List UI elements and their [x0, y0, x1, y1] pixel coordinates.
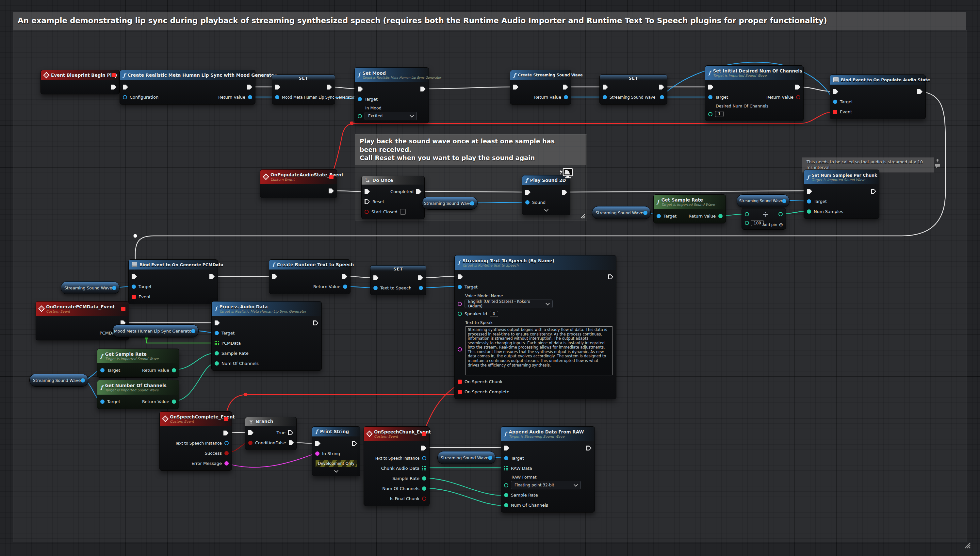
variable-out-pin[interactable] — [782, 199, 786, 203]
variable-in-pin[interactable] — [603, 95, 607, 99]
desired-num-channels-input[interactable]: 1 — [715, 111, 723, 117]
chunk-audio-data-out-pin[interactable] — [422, 466, 426, 470]
node-process-audio-data[interactable]: ƒProcess Audio DataTarget is Realistic M… — [211, 301, 322, 371]
num-channels-out-pin[interactable] — [422, 486, 426, 491]
exec-out-pin[interactable] — [608, 275, 613, 279]
graph-resize-grip[interactable] — [962, 540, 971, 549]
mood-dropdown[interactable]: Excited — [365, 112, 417, 120]
variable-in-pin[interactable] — [275, 95, 279, 99]
exec-out-pin[interactable] — [421, 446, 426, 451]
comment-bubble-icon[interactable] — [935, 163, 941, 168]
condition-pin[interactable] — [248, 441, 252, 445]
text-to-speak-pin[interactable] — [458, 347, 462, 351]
exec-out-pin[interactable] — [659, 85, 664, 89]
exec-out-pin[interactable] — [342, 274, 347, 279]
reset-in-pin[interactable] — [365, 199, 370, 204]
false-out-pin[interactable] — [289, 440, 294, 445]
in-mood-pin[interactable] — [358, 114, 362, 118]
return-value-pin[interactable] — [796, 95, 800, 99]
return-value-pin[interactable] — [718, 214, 723, 218]
target-pin[interactable] — [504, 456, 508, 460]
exec-in-pin[interactable] — [458, 275, 463, 279]
delegate-out-pin[interactable] — [121, 307, 126, 311]
exec-in-pin[interactable] — [365, 189, 370, 194]
exec-out-pin[interactable] — [247, 85, 252, 89]
num-samples-pin[interactable] — [807, 209, 811, 213]
exec-out-pin[interactable] — [209, 274, 215, 279]
blueprint-graph-canvas[interactable]: An example demonstrating lip sync during… — [0, 0, 980, 556]
delegate-out-pin[interactable] — [329, 175, 334, 179]
error-message-out-pin[interactable] — [224, 461, 229, 465]
speaker-id-pin[interactable] — [458, 312, 462, 316]
tts-instance-out-pin[interactable] — [422, 456, 426, 460]
text-to-speak-input[interactable]: Streaming synthesis output begins with a… — [465, 326, 613, 375]
target-pin[interactable] — [132, 284, 136, 289]
target-pin[interactable] — [833, 100, 837, 104]
node-event-begin-play[interactable]: Event Blueprint Begin Play — [40, 70, 119, 94]
exec-in-pin[interactable] — [275, 85, 280, 89]
return-value-pin[interactable] — [172, 368, 176, 372]
exec-in-pin[interactable] — [315, 441, 320, 446]
node-set-text-to-speech-var[interactable]: SET Text to Speech — [370, 265, 426, 295]
delegate-out-pin[interactable] — [422, 432, 426, 436]
variable-out-pin[interactable] — [488, 456, 492, 460]
divide-input-b-pin[interactable] — [745, 221, 749, 225]
node-get-sample-rate[interactable]: ƒGet Sample RateTarget is Imported Sound… — [653, 194, 726, 223]
exec-out-pin[interactable] — [111, 85, 116, 89]
variable-out-pin[interactable] — [112, 286, 116, 290]
raw-format-dropdown[interactable]: Floating point 32-bit — [511, 481, 581, 489]
sample-rate-out-pin[interactable] — [422, 476, 426, 480]
event-delegate-pin[interactable] — [833, 110, 837, 114]
exec-in-pin[interactable] — [504, 446, 509, 451]
exec-out-pin[interactable] — [352, 441, 357, 446]
success-out-pin[interactable] — [224, 451, 229, 456]
exec-in-pin[interactable] — [373, 275, 379, 280]
variable-in-pin[interactable] — [373, 286, 378, 290]
expand-advanced-pins[interactable] — [312, 469, 360, 474]
node-create-realistic-lipsync[interactable]: ƒCreate Realistic Meta Human Lip Sync wi… — [119, 70, 255, 105]
on-speech-complete-pin[interactable] — [458, 390, 462, 394]
node-divide[interactable]: 100 ÷ Add pin⊕ — [741, 208, 786, 230]
desired-num-channels-pin[interactable] — [708, 112, 712, 116]
variable-out-pin[interactable] — [470, 201, 474, 205]
exec-in-pin[interactable] — [132, 274, 137, 279]
node-branch[interactable]: Branch True ConditionFalse — [245, 417, 297, 450]
variable-out-pin[interactable] — [81, 378, 85, 383]
variable-out-pin[interactable] — [419, 286, 423, 290]
var-pill-streaming-sound-wave[interactable]: Streaming Sound Wave — [592, 206, 651, 219]
var-pill-streaming-sound-wave[interactable]: Streaming Sound Wave — [422, 197, 478, 210]
var-pill-streaming-sound-wave[interactable]: Streaming Sound Wave — [61, 281, 119, 294]
node-bind-event-populate-audio-state[interactable]: Bind Event to On Populate Audio State Ta… — [830, 74, 926, 119]
variable-out-pin[interactable] — [660, 95, 664, 99]
exec-out-pin[interactable] — [795, 85, 800, 89]
target-pin[interactable] — [657, 214, 661, 218]
start-closed-checkbox[interactable] — [400, 209, 406, 215]
raw-format-pin[interactable] — [504, 483, 508, 487]
comment-resize-grip[interactable] — [579, 212, 585, 219]
voice-model-name-pin[interactable] — [458, 302, 462, 306]
return-value-pin[interactable] — [564, 95, 568, 99]
reroute-node-red[interactable] — [350, 121, 354, 125]
raw-data-pin[interactable] — [504, 466, 508, 470]
expand-advanced-pins[interactable] — [522, 207, 570, 213]
exec-out-pin[interactable] — [327, 85, 332, 89]
reroute-node[interactable] — [134, 234, 137, 238]
pcmdata-pin[interactable] — [215, 341, 219, 345]
node-bind-event-generate-pcmdata[interactable]: Bind Event to On Generate PCMData Target… — [128, 259, 218, 304]
node-print-string[interactable]: ƒPrint String In String Development Only — [312, 426, 360, 476]
exec-out-pin[interactable] — [223, 431, 229, 435]
num-channels-pin[interactable] — [504, 503, 508, 508]
exec-out-pin[interactable] — [420, 87, 426, 92]
target-pin[interactable] — [708, 95, 712, 99]
node-set-mood-generator-var[interactable]: SET Mood Meta Human Lip Sync Generator — [272, 74, 335, 105]
variable-out-pin[interactable] — [191, 329, 195, 333]
num-channels-pin[interactable] — [215, 361, 219, 365]
exec-in-pin[interactable] — [123, 85, 128, 89]
delegate-icon[interactable] — [112, 73, 116, 77]
exec-in-pin[interactable] — [807, 189, 812, 194]
return-value-pin[interactable] — [343, 284, 347, 289]
node-get-sample-rate-lower[interactable]: ƒGet Sample RateTarget is Imported Sound… — [97, 349, 179, 378]
comment-pin-icon[interactable] — [935, 158, 940, 163]
node-onspeechcomplete-event[interactable]: OnSpeechComplete_EventCustom Event Text … — [160, 411, 232, 471]
target-pin[interactable] — [100, 399, 105, 404]
